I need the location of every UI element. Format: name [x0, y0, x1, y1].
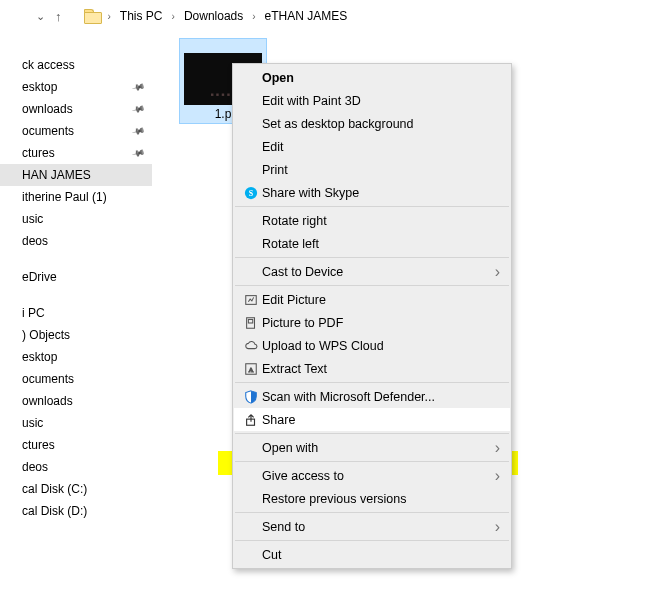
pin-icon: 📌	[131, 146, 146, 160]
svg-rect-4	[248, 319, 252, 323]
pin-icon: 📌	[131, 80, 146, 94]
chevron-right-icon: ›	[495, 263, 500, 281]
nav-item-label: HAN JAMES	[22, 168, 91, 182]
file-name: 1.p	[215, 107, 232, 121]
nav-item[interactable]: eDrive	[0, 266, 152, 288]
menu-item-label: Give access to	[262, 469, 495, 483]
menu-item[interactable]: Set as desktop background	[234, 112, 510, 135]
share-icon	[240, 413, 262, 427]
nav-item-label: ) Objects	[22, 328, 70, 342]
menu-item-label: Edit with Paint 3D	[262, 94, 500, 108]
menu-item-label: Extract Text	[262, 362, 500, 376]
nav-item[interactable]: ocuments📌	[0, 120, 152, 142]
svg-text:S: S	[249, 188, 254, 197]
edit-picture-icon	[240, 293, 262, 307]
menu-separator	[235, 540, 509, 541]
nav-item[interactable]: esktop📌	[0, 76, 152, 98]
nav-item[interactable]: ck access	[0, 54, 152, 76]
menu-separator	[235, 382, 509, 383]
nav-item-label: ownloads	[22, 394, 73, 408]
nav-item-label: i PC	[22, 306, 45, 320]
nav-item-label: ocuments	[22, 124, 74, 138]
menu-item-label: Restore previous versions	[262, 492, 500, 506]
breadcrumb: ⌄ ↑ › This PC › Downloads › eTHAN JAMES	[0, 0, 667, 30]
menu-item[interactable]: Cast to Device›	[234, 260, 510, 283]
nav-item-label: usic	[22, 212, 43, 226]
menu-separator	[235, 461, 509, 462]
menu-item[interactable]: Picture to PDF	[234, 311, 510, 334]
menu-separator	[235, 285, 509, 286]
menu-item-label: Rotate left	[262, 237, 500, 251]
crumb-current-folder[interactable]: eTHAN JAMES	[262, 7, 351, 25]
picture-pdf-icon	[240, 316, 262, 330]
menu-item-label: Open with	[262, 441, 495, 455]
menu-item[interactable]: Rotate right	[234, 209, 510, 232]
up-arrow-icon[interactable]: ↑	[53, 9, 64, 24]
nav-item[interactable]: usic	[0, 412, 152, 434]
nav-item-label: ctures	[22, 438, 55, 452]
menu-item[interactable]: Open with›	[234, 436, 510, 459]
nav-item[interactable]: HAN JAMES	[0, 164, 152, 186]
chevron-right-icon: ›	[252, 11, 255, 22]
nav-item[interactable]: cal Disk (D:)	[0, 500, 152, 522]
nav-item-label: esktop	[22, 350, 57, 364]
menu-item-label: Scan with Microsoft Defender...	[262, 390, 500, 404]
menu-item[interactable]: Edit with Paint 3D	[234, 89, 510, 112]
menu-separator	[235, 433, 509, 434]
menu-item[interactable]: Share	[234, 408, 510, 431]
nav-item[interactable]: ownloads	[0, 390, 152, 412]
nav-item[interactable]: usic	[0, 208, 152, 230]
menu-item[interactable]: Print	[234, 158, 510, 181]
menu-item[interactable]: Open	[234, 66, 510, 89]
crumb-downloads[interactable]: Downloads	[181, 7, 246, 25]
nav-item-label: ownloads	[22, 102, 73, 116]
cloud-icon	[240, 339, 262, 353]
menu-item-label: Edit	[262, 140, 500, 154]
nav-item[interactable]: ocuments	[0, 368, 152, 390]
nav-item-label: ctures	[22, 146, 55, 160]
menu-item[interactable]: Restore previous versions	[234, 487, 510, 510]
nav-item[interactable]: cal Disk (C:)	[0, 478, 152, 500]
nav-item[interactable]: itherine Paul (1)	[0, 186, 152, 208]
pin-icon: 📌	[131, 124, 146, 138]
menu-item-label: Share with Skype	[262, 186, 500, 200]
nav-item-label: cal Disk (C:)	[22, 482, 87, 496]
menu-item[interactable]: Edit	[234, 135, 510, 158]
menu-item-label: Cast to Device	[262, 265, 495, 279]
menu-item[interactable]: SShare with Skype	[234, 181, 510, 204]
nav-item[interactable]: deos	[0, 456, 152, 478]
menu-item[interactable]: Cut	[234, 543, 510, 566]
menu-item-label: Set as desktop background	[262, 117, 500, 131]
menu-item-label: Cut	[262, 548, 500, 562]
folder-icon	[84, 9, 102, 23]
menu-item[interactable]: AExtract Text	[234, 357, 510, 380]
menu-item[interactable]: Send to›	[234, 515, 510, 538]
menu-item-label: Print	[262, 163, 500, 177]
menu-item[interactable]: Rotate left	[234, 232, 510, 255]
menu-separator	[235, 257, 509, 258]
menu-item[interactable]: Edit Picture	[234, 288, 510, 311]
history-chevron-icon[interactable]: ⌄	[34, 10, 47, 23]
nav-item[interactable]: ) Objects	[0, 324, 152, 346]
nav-item-label: usic	[22, 416, 43, 430]
nav-item-label: deos	[22, 460, 48, 474]
menu-separator	[235, 206, 509, 207]
nav-item[interactable]: ctures	[0, 434, 152, 456]
nav-item[interactable]: i PC	[0, 302, 152, 324]
chevron-right-icon: ›	[495, 518, 500, 536]
defender-icon	[240, 390, 262, 404]
menu-separator	[235, 512, 509, 513]
menu-item[interactable]: Upload to WPS Cloud	[234, 334, 510, 357]
nav-item[interactable]: ownloads📌	[0, 98, 152, 120]
crumb-this-pc[interactable]: This PC	[117, 7, 166, 25]
nav-item[interactable]: deos	[0, 230, 152, 252]
chevron-right-icon: ›	[172, 11, 175, 22]
menu-item-label: Rotate right	[262, 214, 500, 228]
menu-item[interactable]: Scan with Microsoft Defender...	[234, 385, 510, 408]
svg-text:A: A	[248, 365, 253, 373]
menu-item-label: Open	[262, 71, 500, 85]
nav-item-label: ocuments	[22, 372, 74, 386]
nav-item[interactable]: ctures📌	[0, 142, 152, 164]
nav-item[interactable]: esktop	[0, 346, 152, 368]
menu-item[interactable]: Give access to›	[234, 464, 510, 487]
